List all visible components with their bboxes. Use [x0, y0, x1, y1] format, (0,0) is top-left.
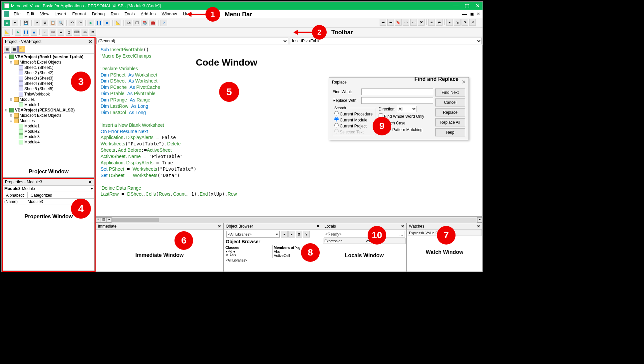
- replace-close-icon[interactable]: ✕: [462, 79, 466, 85]
- tree-project-2[interactable]: VBAProject (PERSONAL.XLSB): [15, 108, 75, 112]
- project-close-icon[interactable]: ✕: [88, 39, 92, 44]
- properties-object-selector[interactable]: Module3 Module ▾: [3, 186, 94, 192]
- ob-fwd-icon[interactable]: ▸: [288, 231, 295, 238]
- maximize-button[interactable]: ▢: [465, 3, 470, 9]
- menu-file[interactable]: File: [11, 11, 23, 17]
- replace-with-input[interactable]: [361, 97, 433, 104]
- immediate-body[interactable]: [96, 230, 223, 272]
- menu-debug[interactable]: Debug: [89, 11, 107, 17]
- full-view-icon[interactable]: ▤: [101, 217, 106, 223]
- view-excel-icon[interactable]: X: [4, 20, 10, 26]
- locals-icon[interactable]: 🗒: [66, 29, 72, 36]
- undo-icon[interactable]: ↶: [69, 20, 75, 26]
- redo-icon[interactable]: ↷: [77, 20, 83, 26]
- close-button[interactable]: ✕: [476, 3, 480, 9]
- prev-bookmark-icon[interactable]: ⇦: [410, 19, 417, 26]
- design-mode-icon[interactable]: 📐: [115, 20, 121, 26]
- immediate-icon[interactable]: ⌨: [74, 29, 80, 36]
- find-what-input[interactable]: [361, 89, 433, 95]
- replace-all-button[interactable]: Replace All: [435, 118, 465, 126]
- radio-current-procedure[interactable]: Current Procedure: [334, 111, 374, 116]
- radio-selected-text[interactable]: Selected Text: [334, 129, 374, 134]
- outdent-icon[interactable]: ⇤: [387, 19, 394, 26]
- call-stack-icon[interactable]: ≣: [58, 29, 64, 36]
- tree-module[interactable]: Module1: [13, 102, 94, 107]
- menu-format[interactable]: Format: [70, 11, 89, 17]
- toggle-breakpoint-icon[interactable]: ●: [446, 19, 453, 26]
- reset-icon[interactable]: ■: [104, 20, 110, 26]
- toggle-folders-icon[interactable]: 📁: [18, 46, 25, 53]
- properties-window-icon[interactable]: 🗔: [134, 20, 140, 26]
- tree-folder-excel-objects[interactable]: Microsoft Excel Objects: [20, 60, 61, 65]
- find-next-button[interactable]: Find Next: [435, 89, 465, 96]
- tree-module[interactable]: Module2: [13, 129, 94, 134]
- object-dropdown[interactable]: (General): [96, 38, 288, 44]
- ob-back-icon[interactable]: ◂: [281, 231, 288, 238]
- next-bookmark-icon[interactable]: ⇨: [403, 19, 409, 26]
- project-tree[interactable]: ⊟VBAProject (Book1 (version 1).xlsb) ⊟Mi…: [3, 54, 94, 166]
- watches-col-expression[interactable]: Expression: [408, 230, 424, 236]
- mdi-restore-button[interactable]: ▣: [470, 11, 474, 17]
- find-icon[interactable]: 🔍: [58, 20, 64, 26]
- properties-close-icon[interactable]: ✕: [88, 179, 92, 185]
- ob-close-icon[interactable]: ✕: [316, 224, 320, 229]
- ob-def-icon[interactable]: ?: [303, 231, 310, 238]
- tree-folder-modules[interactable]: Modules: [20, 97, 35, 102]
- design-icon[interactable]: 📐: [4, 29, 10, 36]
- help-icon[interactable]: ?: [161, 20, 167, 26]
- tree-module[interactable]: Module3: [13, 134, 94, 139]
- comment-block-icon[interactable]: ≡: [428, 19, 435, 26]
- run-sub-icon[interactable]: ▶: [15, 29, 21, 36]
- bookmark-icon[interactable]: 🔖: [395, 19, 402, 26]
- break-icon[interactable]: ❚❚: [96, 20, 102, 26]
- stop-icon[interactable]: ■: [31, 29, 37, 36]
- cancel-button[interactable]: Cancel: [435, 98, 465, 106]
- toggle-bp-icon[interactable]: ○: [42, 29, 48, 36]
- copy-icon[interactable]: ⧉: [42, 20, 48, 26]
- tree-module[interactable]: Module1: [13, 123, 94, 129]
- replace-button[interactable]: Replace: [435, 108, 465, 116]
- uncomment-block-icon[interactable]: ≢: [436, 19, 443, 26]
- property-value[interactable]: Module3: [26, 199, 44, 205]
- toolbox-icon[interactable]: 🧰: [150, 20, 156, 26]
- tree-module[interactable]: Module4: [13, 139, 94, 145]
- mdi-close-button[interactable]: ✕: [477, 11, 481, 17]
- tree-sheet[interactable]: ThisWorkbook: [13, 91, 94, 97]
- tree-sheet[interactable]: Sheet1 (Sheet1): [13, 65, 94, 70]
- call-stack2-icon[interactable]: ⧉: [90, 29, 96, 36]
- step-out-icon[interactable]: ↗: [469, 19, 476, 26]
- clear-bookmarks-icon[interactable]: ✖: [418, 19, 425, 26]
- direction-select[interactable]: All: [397, 106, 417, 112]
- menu-run[interactable]: Run: [108, 11, 121, 17]
- menu-edit[interactable]: Edit: [24, 11, 37, 17]
- menu-tools[interactable]: Tools: [122, 11, 137, 17]
- run-icon[interactable]: ▶: [88, 20, 94, 26]
- view-object-icon[interactable]: ▦: [11, 46, 18, 53]
- step-into-icon[interactable]: ↘: [454, 19, 461, 26]
- watches-close-icon[interactable]: ✕: [477, 224, 480, 229]
- help-button[interactable]: Help: [435, 128, 465, 136]
- insert-module-icon[interactable]: ▾: [12, 20, 18, 26]
- proc-view-icon[interactable]: ≡: [96, 217, 101, 223]
- code-hscroll[interactable]: ≡ ▤ ◂ ▸: [96, 217, 483, 223]
- menu-view[interactable]: View: [37, 11, 52, 17]
- quick-watch-icon[interactable]: 👓: [50, 29, 56, 36]
- minimize-button[interactable]: —: [453, 3, 459, 9]
- mdi-minimize-button[interactable]: —: [462, 11, 467, 17]
- radio-current-project[interactable]: Current Project: [334, 123, 374, 128]
- locals-close-icon[interactable]: ✕: [401, 224, 404, 229]
- watch-icon[interactable]: 👁: [82, 29, 88, 36]
- paste-icon[interactable]: 📋: [50, 20, 56, 26]
- scroll-left-icon[interactable]: ◂: [106, 217, 112, 223]
- tree-project-1[interactable]: VBAProject (Book1 (version 1).xlsb): [15, 55, 83, 59]
- tree-folder-excel-objects-2[interactable]: Microsoft Excel Objects: [20, 113, 61, 118]
- view-code-icon[interactable]: ▤: [4, 46, 10, 53]
- ob-library-select[interactable]: <All Libraries>▾: [226, 231, 280, 238]
- tab-categorized[interactable]: Categorized: [28, 192, 55, 198]
- tree-folder-modules-2[interactable]: Modules: [20, 118, 35, 123]
- ob-copy-icon[interactable]: ⧉: [296, 231, 302, 238]
- locals-col-expression[interactable]: Expression: [323, 238, 364, 244]
- cut-icon[interactable]: ✂: [34, 20, 40, 26]
- radio-current-module[interactable]: Current Module: [334, 117, 374, 122]
- pause-icon[interactable]: ❚❚: [23, 29, 29, 36]
